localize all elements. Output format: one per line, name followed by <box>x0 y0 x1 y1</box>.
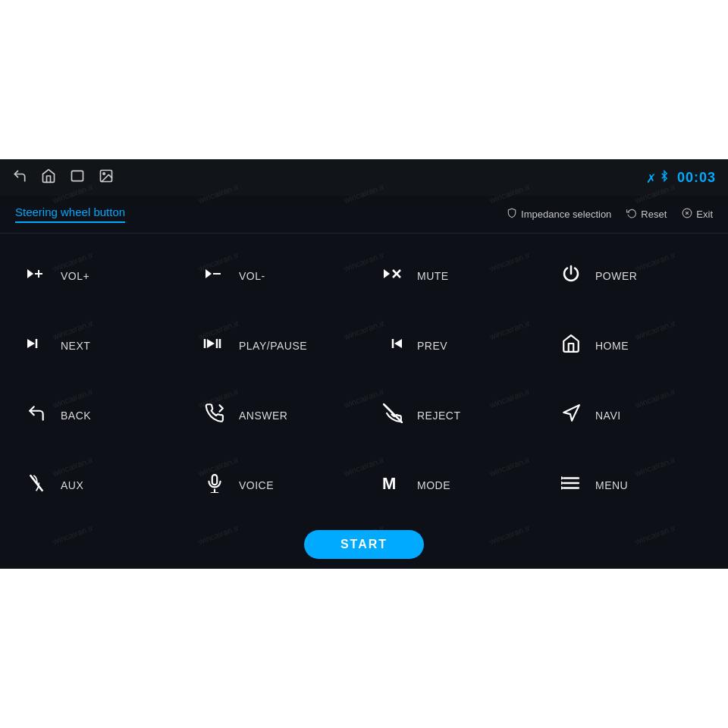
play-pause-button[interactable]: PLAY/PAUSE <box>186 311 364 381</box>
image-icon[interactable] <box>99 168 114 187</box>
prev-label: PREV <box>417 340 447 352</box>
reset-label: Reset <box>641 209 667 220</box>
prev-button[interactable]: PREV <box>364 311 542 381</box>
menu-icon <box>557 473 585 497</box>
svg-point-34 <box>561 486 563 489</box>
back-icon[interactable] <box>12 168 27 187</box>
svg-point-2 <box>103 172 105 174</box>
reject-label: REJECT <box>417 410 460 422</box>
reset-action[interactable]: Reset <box>626 208 667 221</box>
power-button[interactable]: POWER <box>542 241 720 311</box>
navi-label: NAVI <box>595 410 621 422</box>
svg-point-33 <box>561 482 563 485</box>
vol-plus-icon <box>23 265 50 287</box>
vol-minus-icon <box>201 265 228 287</box>
voice-label: VOICE <box>239 479 274 491</box>
power-icon <box>557 264 585 288</box>
impedance-label: Impedance selection <box>521 209 611 220</box>
windows-icon[interactable] <box>70 168 85 187</box>
main-content: VOL+ VOL- <box>0 234 728 520</box>
shield-icon <box>507 208 517 221</box>
power-label: POWER <box>595 270 637 282</box>
reset-icon <box>626 208 637 221</box>
svg-marker-11 <box>384 269 390 278</box>
aux-icon <box>23 473 50 497</box>
svg-marker-14 <box>27 339 35 348</box>
exit-action[interactable]: Exit <box>682 208 713 221</box>
vol-plus-label: VOL+ <box>61 270 89 282</box>
home-btn-icon <box>557 334 585 358</box>
vol-minus-label: VOL- <box>239 270 265 282</box>
answer-button[interactable]: ANSWER <box>186 381 364 450</box>
buttons-grid: VOL+ VOL- <box>0 241 728 520</box>
exit-icon <box>682 208 692 221</box>
svg-text:M: M <box>382 474 396 492</box>
aux-label: AUX <box>61 479 83 491</box>
vol-minus-button[interactable]: VOL- <box>186 241 364 311</box>
menu-button[interactable]: MENU <box>542 450 720 520</box>
svg-rect-25 <box>212 475 218 485</box>
mode-icon: M <box>379 474 406 497</box>
voice-icon <box>201 473 228 497</box>
exit-label: Exit <box>696 209 713 220</box>
time-display: 00:03 <box>677 170 716 186</box>
answer-icon <box>201 403 228 428</box>
play-pause-label: PLAY/PAUSE <box>239 340 307 352</box>
menu-label: MENU <box>595 479 628 491</box>
home-nav-icon[interactable] <box>41 168 56 187</box>
next-icon <box>23 334 50 357</box>
next-label: NEXT <box>61 340 90 352</box>
next-button[interactable]: NEXT <box>8 311 186 381</box>
svg-marker-6 <box>27 269 33 278</box>
home-label: HOME <box>595 340 629 352</box>
nav-icons <box>12 168 114 187</box>
bottom-bar: START <box>0 520 728 569</box>
svg-rect-0 <box>72 171 83 180</box>
impedance-selection-action[interactable]: Impedance selection <box>507 208 611 221</box>
home-button[interactable]: HOME <box>542 311 720 381</box>
prev-icon <box>379 334 406 357</box>
page-title: Steering wheel button <box>15 206 125 223</box>
navi-button[interactable]: NAVI <box>542 381 720 450</box>
device-frame: wincairan.irwincairan.irwincairan.irwinc… <box>0 159 728 569</box>
top-bar: ✗ 00:03 <box>0 159 728 196</box>
svg-point-32 <box>561 476 563 479</box>
back-label: BACK <box>61 410 91 422</box>
mode-button[interactable]: M MODE <box>364 450 542 520</box>
back-button[interactable]: BACK <box>8 381 186 450</box>
answer-label: ANSWER <box>239 410 287 422</box>
voice-button[interactable]: VOICE <box>186 450 364 520</box>
svg-marker-21 <box>394 339 402 348</box>
play-pause-icon <box>201 334 228 357</box>
top-bar-right: ✗ 00:03 <box>646 169 717 186</box>
mute-label: MUTE <box>417 270 449 282</box>
mute-button[interactable]: MUTE <box>364 241 542 311</box>
mute-icon <box>379 265 406 287</box>
mode-label: MODE <box>417 479 450 491</box>
bluetooth-icon: ✗ <box>646 169 670 186</box>
navi-icon <box>557 403 585 428</box>
start-button[interactable]: START <box>304 530 424 559</box>
vol-plus-button[interactable]: VOL+ <box>8 241 186 311</box>
back-btn-icon <box>23 403 50 428</box>
aux-button[interactable]: AUX <box>8 450 186 520</box>
header-actions: Impedance selection Reset <box>507 208 713 221</box>
reject-button[interactable]: REJECT <box>364 381 542 450</box>
reject-icon <box>379 403 406 428</box>
sub-header: Steering wheel button Impedance selectio… <box>0 196 728 234</box>
svg-marker-17 <box>207 339 215 348</box>
svg-marker-23 <box>563 405 579 421</box>
svg-marker-9 <box>206 269 212 278</box>
